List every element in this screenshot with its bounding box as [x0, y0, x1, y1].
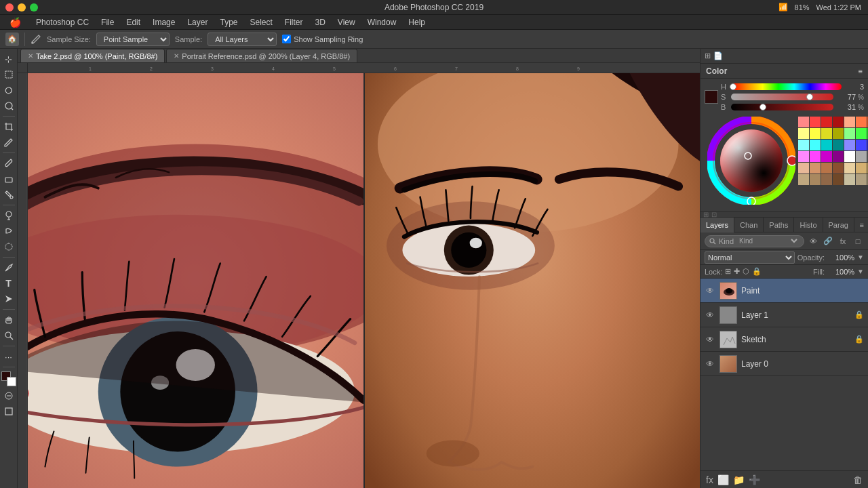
swatch[interactable]: [821, 140, 832, 150]
swatch[interactable]: [810, 151, 821, 162]
swatch[interactable]: [798, 117, 809, 127]
home-button[interactable]: 🏠: [5, 33, 19, 46]
swatch[interactable]: [833, 117, 844, 127]
create-group-button[interactable]: 📁: [733, 474, 745, 485]
layer-link-toggle[interactable]: 🔗: [822, 235, 834, 247]
lock-artboard-icon[interactable]: ⬡: [743, 267, 749, 276]
swatch[interactable]: [821, 117, 832, 127]
type-tool[interactable]: T: [1, 276, 16, 291]
swatch[interactable]: [856, 140, 867, 150]
brightness-thumb[interactable]: [760, 104, 766, 110]
pen-tool[interactable]: [1, 260, 16, 275]
hue-thumb[interactable]: [730, 83, 736, 90]
swatch[interactable]: [821, 151, 832, 162]
color-mode-icon[interactable]: [798, 187, 868, 198]
dodge-tool[interactable]: [1, 208, 16, 223]
sample-size-select[interactable]: Point Sample 3 by 3 Average 5 by 5 Avera…: [96, 33, 170, 46]
path-select-tool[interactable]: [1, 291, 16, 306]
fullscreen-button[interactable]: [30, 3, 38, 12]
tab-history[interactable]: Histo: [794, 218, 823, 232]
fill-tool[interactable]: [1, 187, 16, 202]
menu-select[interactable]: Select: [244, 16, 277, 28]
tab-portrait[interactable]: ✕ Portrait Reference.psd @ 200% (Layer 4…: [166, 49, 357, 62]
apple-menu[interactable]: 🍎: [4, 16, 26, 29]
hue-indicator[interactable]: [787, 156, 795, 165]
swatch[interactable]: [833, 163, 844, 174]
saturation-thumb[interactable]: [806, 94, 813, 100]
lock-pixels-icon[interactable]: ⊞: [725, 267, 731, 276]
minimize-button[interactable]: [18, 3, 26, 12]
layer-fx-toggle[interactable]: fx: [837, 235, 849, 247]
eyedropper-tool[interactable]: [1, 135, 16, 150]
swatch[interactable]: [798, 151, 809, 162]
layers-search[interactable]: Kind Kind: [705, 235, 804, 247]
add-mask-button[interactable]: ⬜: [717, 474, 729, 485]
swatch[interactable]: [798, 174, 809, 185]
canvas-portrait[interactable]: [365, 73, 701, 488]
swatch[interactable]: [810, 128, 821, 139]
swatch[interactable]: [833, 128, 844, 139]
layer-row-1[interactable]: 👁 Layer 1 🔒: [701, 303, 868, 327]
swatch[interactable]: [798, 128, 809, 139]
kind-select[interactable]: Kind: [736, 237, 800, 245]
panel-doc-icon[interactable]: 📄: [713, 52, 723, 60]
quick-mask[interactable]: [1, 388, 16, 403]
swatch[interactable]: [821, 128, 832, 139]
tab-close-portrait[interactable]: ✕: [174, 52, 179, 60]
swatch[interactable]: [833, 174, 844, 185]
menu-type[interactable]: Type: [214, 16, 243, 28]
tab-take2[interactable]: ✕ Take 2.psd @ 100% (Paint, RGB/8#): [20, 49, 165, 62]
swatch[interactable]: [821, 163, 832, 174]
swatch[interactable]: [844, 140, 855, 150]
swatch[interactable]: [844, 163, 855, 174]
swatch[interactable]: [856, 174, 867, 185]
swatch[interactable]: [844, 128, 855, 139]
swatch[interactable]: [798, 163, 809, 174]
delete-layer-button[interactable]: 🗑: [853, 474, 863, 485]
layer-row-paint[interactable]: 👁 Paint: [701, 279, 868, 303]
menu-filter[interactable]: Filter: [279, 16, 309, 28]
color-swatch-fg[interactable]: [705, 90, 718, 104]
brightness-slider[interactable]: [731, 104, 833, 110]
blur-tool[interactable]: [1, 239, 16, 254]
menu-edit[interactable]: Edit: [121, 16, 146, 28]
swatch[interactable]: [810, 117, 821, 127]
fill-value[interactable]: 100%: [827, 268, 854, 276]
create-layer-button[interactable]: ➕: [749, 474, 760, 485]
swatch[interactable]: [856, 117, 867, 127]
tab-paths[interactable]: Paths: [764, 218, 794, 232]
swatch[interactable]: [833, 151, 844, 162]
swatch[interactable]: [833, 140, 844, 150]
more-tools[interactable]: ···: [1, 349, 16, 364]
layer-eye-1[interactable]: 👁: [705, 310, 715, 321]
screen-mode[interactable]: [1, 404, 16, 419]
tab-close-take2[interactable]: ✕: [28, 52, 33, 60]
swatch[interactable]: [856, 128, 867, 139]
tab-channels[interactable]: Chan: [734, 218, 764, 232]
move-tool[interactable]: ⊹: [1, 52, 16, 66]
swatch[interactable]: [810, 140, 821, 150]
menu-photoshop[interactable]: Photoshop CC: [31, 16, 94, 28]
opacity-value[interactable]: 100%: [827, 253, 854, 262]
menu-file[interactable]: File: [96, 16, 119, 28]
layers-panel-menu[interactable]: ≡: [860, 221, 864, 229]
lock-position-icon[interactable]: ✚: [734, 267, 740, 276]
show-sampling-ring-checkbox[interactable]: Show Sampling Ring: [282, 35, 363, 43]
add-fx-button[interactable]: fx: [706, 474, 713, 485]
tab-layers[interactable]: Layers: [701, 218, 734, 232]
background-color[interactable]: [7, 377, 16, 386]
eraser-tool[interactable]: [1, 171, 16, 186]
hand-tool[interactable]: [1, 312, 16, 327]
layer-eye-paint[interactable]: 👁: [705, 285, 715, 296]
sample-select[interactable]: All Layers Current Layer: [208, 33, 277, 46]
crop-tool[interactable]: [1, 119, 16, 134]
blend-mode-select[interactable]: Normal Multiply Screen Overlay: [705, 251, 795, 264]
menu-image[interactable]: Image: [147, 16, 180, 28]
panel-resize-icon[interactable]: ⊞: [705, 52, 711, 60]
selection-tool[interactable]: [1, 67, 16, 82]
swatch[interactable]: [844, 174, 855, 185]
canvas-take2[interactable]: [28, 73, 365, 488]
mac-window-controls[interactable]: [0, 3, 38, 12]
menu-window[interactable]: Window: [362, 16, 402, 28]
tab-paragraph[interactable]: Parag: [823, 218, 854, 232]
